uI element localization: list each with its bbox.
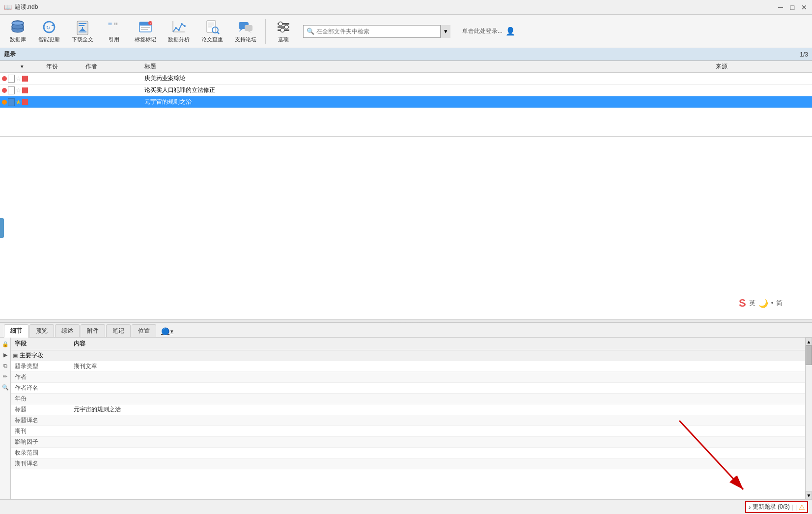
svg-rect-13: [79, 23, 86, 24]
col-header-author[interactable]: 作者: [84, 62, 142, 71]
detail-value[interactable]: 元宇宙的规则之治: [70, 405, 805, 414]
search-dropdown-button[interactable]: ▾: [441, 25, 450, 38]
titlebar-left: 📖 题读.ndb: [4, 3, 38, 11]
table-row[interactable]: ★ 元宇宙的规则之治: [0, 96, 812, 108]
right-scrollbar: ▲ ▼: [805, 338, 812, 499]
watermark-area: S 英 🌙 • 简: [739, 297, 783, 310]
tab-summary[interactable]: 综述: [55, 324, 80, 337]
toolbar-options[interactable]: 选项: [270, 17, 297, 46]
search-input-wrap[interactable]: 🔍: [303, 25, 441, 38]
svg-point-27: [178, 29, 180, 31]
status-bar: ♪ 更新题录 (0/3) | | ⚠: [0, 499, 812, 514]
toolbar: 数据库 ↻ 智能更新: [0, 15, 812, 48]
star-icon[interactable]: ☆: [16, 75, 21, 82]
user-icon: 👤: [505, 27, 515, 36]
toolbar-data-analysis-label: 数据分析: [168, 36, 190, 43]
toolbar-tag-mark[interactable]: ✓ 标签标记: [130, 17, 161, 46]
detail-value[interactable]: 期刊文章: [70, 362, 805, 371]
toolbar-download-full[interactable]: 下载全文: [67, 17, 98, 46]
copy-icon[interactable]: ⧉: [1, 361, 10, 370]
col-header-icons: ▾: [0, 63, 44, 70]
svg-rect-23: [141, 29, 148, 30]
table-section: 题录 1/3 ▾ 年份 作者 标题 来源: [0, 48, 812, 137]
toolbar-paper-review[interactable]: 论文查重: [196, 17, 228, 46]
toolbar-download-full-label: 下载全文: [72, 36, 93, 43]
tab-location[interactable]: 位置: [132, 324, 156, 337]
toolbar-paper-review-label: 论文查重: [201, 36, 223, 43]
toolbar-cite[interactable]: " " 引用: [100, 17, 128, 46]
tab-attachment[interactable]: 附件: [81, 324, 105, 337]
bottom-detail: 🔒 ▶ ⧉ ✏ 🔍 字段 内容 ▣ 主要字段: [0, 338, 812, 499]
col-sort-dropdown[interactable]: ▾: [21, 63, 24, 70]
toolbar-support-forum[interactable]: 支持论坛: [230, 17, 261, 46]
status-btn-1[interactable]: |: [795, 504, 797, 511]
search-icon: 🔍: [307, 28, 314, 35]
status-dot-icon: [2, 76, 7, 81]
cite-icon: " ": [106, 19, 122, 35]
search-input[interactable]: [316, 28, 437, 35]
table-row[interactable]: ☆ 论买卖人口犯罪的立法修正: [0, 85, 812, 96]
svg-point-7: [12, 21, 24, 25]
table-row[interactable]: ☆ 庚美药业案综论: [0, 73, 812, 85]
detail-row: 标题译名: [11, 415, 805, 426]
svg-text:": ": [114, 20, 118, 32]
svg-rect-33: [208, 23, 214, 24]
titlebar-right: ─ □ ✕: [777, 3, 808, 11]
minimize-button[interactable]: ─: [777, 3, 784, 11]
toolbar-data-analysis[interactable]: 数据分析: [163, 17, 195, 46]
scrollbar-down-button[interactable]: ▼: [806, 491, 812, 499]
svg-text:↻: ↻: [46, 25, 50, 30]
edit-icon[interactable]: ✏: [1, 372, 10, 381]
red-sq-icon: [22, 99, 28, 105]
watermark-english: 英: [749, 299, 756, 308]
tab-notes[interactable]: 笔记: [106, 324, 131, 337]
watermark-dot: •: [771, 300, 773, 307]
update-record-button[interactable]: ♪ 更新题录 (0/3): [748, 503, 790, 511]
status-separator: |: [792, 504, 793, 511]
detail-field: 作者译名: [11, 384, 70, 392]
tab-details[interactable]: 细节: [4, 324, 28, 338]
detail-field: 收录范围: [11, 449, 70, 457]
detail-row: 标题 元宇宙的规则之治: [11, 404, 805, 415]
bottom-panel: 细节 预览 综述 附件 笔记 位置 🔵 ▾ 🔒 ▶ ⧉ ✏ 🔍: [0, 322, 812, 514]
app-icon: 📖: [4, 3, 12, 11]
tab-preview[interactable]: 预览: [29, 324, 54, 337]
detail-field: 题录类型: [11, 362, 70, 371]
detail-row: 作者: [11, 372, 805, 383]
toolbar-database[interactable]: 数据库: [4, 17, 31, 46]
extra-tab-button[interactable]: 🔵 ▾: [157, 325, 177, 337]
col-header-year[interactable]: 年份: [44, 62, 84, 71]
scrollbar-up-button[interactable]: ▲: [806, 338, 812, 345]
svg-point-29: [184, 25, 186, 27]
row-3-title: 元宇宙的规则之治: [142, 98, 714, 106]
warning-icon: ⚠: [799, 503, 805, 511]
lock-icon[interactable]: 🔒: [1, 340, 10, 348]
svg-text:": ": [108, 20, 112, 32]
red-sq-icon: [22, 76, 28, 82]
toolbar-support-forum-label: 支持论坛: [235, 36, 256, 43]
toolbar-tag-mark-label: 标签标记: [135, 36, 156, 43]
star-gold-icon[interactable]: ★: [16, 99, 21, 106]
svg-point-28: [181, 23, 183, 25]
detail-table: 字段 内容 ▣ 主要字段 题录类型 期刊文章 作者 作: [11, 338, 805, 499]
download-icon: [75, 19, 90, 35]
svg-text:✓: ✓: [149, 22, 152, 25]
col-header-source[interactable]: 来源: [714, 62, 812, 71]
doc-icon: [8, 86, 15, 94]
maximize-button[interactable]: □: [788, 3, 796, 11]
expand-icon[interactable]: ▶: [1, 350, 10, 359]
watermark-simple: 简: [776, 299, 783, 308]
row-2-title: 论买卖人口犯罪的立法修正: [142, 86, 714, 94]
left-resize-handle[interactable]: [0, 218, 4, 238]
red-sq-icon: [22, 87, 28, 93]
review-icon: [204, 19, 220, 35]
scrollbar-thumb[interactable]: [806, 345, 812, 365]
toolbar-options-label: 选项: [278, 36, 289, 43]
search-detail-icon[interactable]: 🔍: [1, 383, 10, 392]
close-button[interactable]: ✕: [800, 3, 808, 11]
star-icon[interactable]: ☆: [16, 87, 21, 94]
toolbar-smart-update[interactable]: ↻ 智能更新: [33, 17, 65, 46]
login-area[interactable]: 单击此处登录... 👤: [462, 27, 515, 36]
forum-icon: [238, 19, 253, 35]
col-header-title[interactable]: 标题: [142, 62, 714, 71]
